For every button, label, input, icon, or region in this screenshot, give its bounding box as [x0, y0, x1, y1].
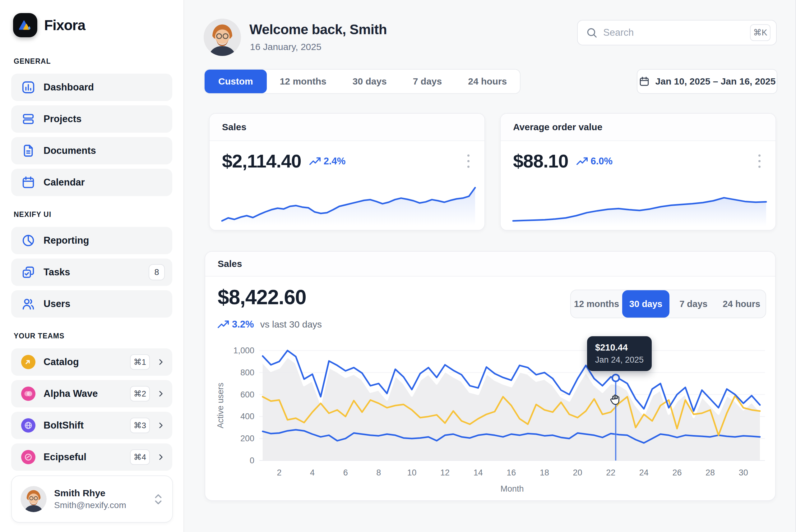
svg-text:24: 24 [639, 468, 649, 477]
sidebar-item-label: Projects [43, 113, 165, 125]
trend-value: 6.0% [591, 156, 613, 167]
svg-text:14: 14 [474, 468, 483, 477]
kebab-menu-icon[interactable] [461, 150, 475, 172]
chevron-right-icon [157, 421, 165, 430]
sidebar-item-dashboard[interactable]: Dashboard [11, 74, 172, 101]
trend-suffix: vs last 30 days [260, 319, 322, 330]
trend-value: 3.2% [232, 319, 254, 330]
main-content: Welcome back, Smith 16 January, 2025 ⌘K … [184, 0, 796, 532]
card-header: Sales [209, 114, 484, 141]
tab-12-months[interactable]: 12 months [571, 290, 622, 318]
sidebar-item-documents[interactable]: Documents [11, 137, 172, 165]
avatar [20, 486, 47, 512]
card-header: Average order value [501, 114, 776, 141]
nav-general: Dashboard Projects Documents [11, 74, 172, 196]
svg-text:26: 26 [672, 468, 682, 477]
shortcut-badge: ⌘1 [130, 354, 150, 370]
sidebar-item-team-catalog[interactable]: Catalog ⌘1 [11, 348, 172, 376]
chevron-right-icon [157, 453, 165, 461]
trend-up-icon [218, 320, 229, 328]
header-avatar [204, 19, 241, 56]
active-users-line-chart[interactable]: 02004006008001,0002468101214161820222426… [215, 338, 772, 493]
svg-text:12: 12 [440, 468, 450, 477]
page-title: Welcome back, Smith [249, 22, 387, 37]
tab-24-hours[interactable]: 24 hours [718, 290, 765, 318]
svg-text:28: 28 [705, 468, 715, 477]
svg-text:30: 30 [739, 468, 748, 477]
panel-header: Sales [205, 252, 775, 277]
tab-custom[interactable]: Custom [205, 70, 267, 93]
sidebar-item-label: Calendar [43, 177, 165, 188]
calendar-icon [638, 76, 650, 87]
fixora-logo-icon [13, 13, 37, 37]
user-profile-card[interactable]: Smith Rhye Smith@nexify.com [11, 475, 173, 523]
sales-kpi-card: Sales $2,114.40 2.4% [209, 113, 485, 231]
sidebar-item-label: Catalog [43, 357, 130, 367]
sidebar-item-label: Dashboard [43, 82, 165, 93]
nav-nexify: Reporting Tasks 8 Users [11, 227, 172, 318]
search-input[interactable] [603, 27, 750, 38]
user-name: Smith Rhye [54, 488, 153, 498]
sidebar-item-team-alpha-wave[interactable]: Alpha Wave ⌘2 [11, 380, 172, 407]
date-range-picker[interactable]: Jan 10, 2025 – Jan 16, 2025 [637, 69, 777, 94]
page-date: 16 January, 2025 [250, 42, 321, 52]
brand-name: Fixora [44, 17, 85, 34]
svg-text:200: 200 [240, 434, 254, 443]
svg-text:10: 10 [407, 468, 416, 477]
svg-text:20: 20 [573, 468, 582, 477]
sidebar: Fixora GENERAL Dashboard Projects [0, 0, 184, 532]
section-title-your-teams: YOUR TEAMS [14, 332, 172, 340]
tab-30-days[interactable]: 30 days [339, 70, 400, 93]
time-range-tabs: Custom 12 months 30 days 7 days 24 hours [204, 69, 520, 94]
pie-chart-icon [21, 233, 35, 248]
chart-tooltip: $210.44 Jan 24, 2025 [587, 336, 652, 371]
boltshift-team-icon [21, 418, 35, 433]
svg-text:6: 6 [343, 468, 348, 477]
section-title-general: GENERAL [14, 57, 172, 65]
svg-text:Month: Month [500, 484, 524, 493]
search-icon [586, 27, 598, 39]
sidebar-item-label: Users [43, 298, 165, 309]
sidebar-item-label: Tasks [43, 267, 149, 278]
kpi-value: $2,114.40 [222, 150, 301, 172]
svg-text:1,000: 1,000 [233, 346, 254, 355]
sidebar-item-team-ecipseful[interactable]: Ecipseful ⌘4 [11, 443, 172, 471]
sidebar-item-reporting[interactable]: Reporting [11, 227, 172, 254]
sidebar-item-label: Reporting [43, 235, 165, 246]
svg-text:8: 8 [376, 468, 381, 477]
sidebar-item-label: Documents [43, 145, 165, 156]
kebab-menu-icon[interactable] [753, 150, 766, 172]
panel-title: Sales [218, 259, 242, 269]
sidebar-item-label: BoltShift [43, 420, 130, 431]
ecipseful-team-icon [21, 450, 35, 464]
tab-12-months[interactable]: 12 months [267, 70, 339, 93]
section-title-nexify-ui: NEXIFY UI [14, 210, 172, 219]
panel-trend: 3.2% vs last 30 days [218, 319, 322, 330]
sidebar-item-label: Ecipseful [43, 452, 130, 463]
sidebar-item-projects[interactable]: Projects [11, 105, 172, 133]
svg-text:Active users: Active users [216, 382, 225, 428]
tab-7-days[interactable]: 7 days [400, 70, 455, 93]
shortcut-badge: ⌘3 [130, 418, 150, 433]
average-order-value-kpi-card: Average order value $88.10 6.0% [500, 113, 776, 231]
tab-30-days[interactable]: 30 days [622, 290, 669, 318]
svg-text:400: 400 [240, 412, 254, 421]
tab-7-days[interactable]: 7 days [669, 290, 717, 318]
sidebar-item-team-boltshift[interactable]: BoltShift ⌘3 [11, 412, 172, 439]
brand: Fixora [13, 13, 172, 37]
aov-sparkline-chart [511, 182, 768, 226]
svg-text:600: 600 [240, 390, 254, 399]
search-bar[interactable]: ⌘K [577, 20, 777, 45]
chart-range-tabs: 12 months 30 days 7 days 24 hours [570, 290, 766, 318]
trend: 6.0% [576, 156, 613, 167]
tab-24-hours[interactable]: 24 hours [455, 70, 520, 93]
svg-text:16: 16 [506, 468, 516, 477]
users-icon [21, 297, 35, 311]
sidebar-item-users[interactable]: Users [11, 290, 172, 318]
sidebar-item-tasks[interactable]: Tasks 8 [11, 259, 172, 286]
date-range-label: Jan 10, 2025 – Jan 16, 2025 [655, 76, 776, 87]
svg-text:800: 800 [240, 368, 254, 377]
sidebar-item-calendar[interactable]: Calendar [11, 169, 172, 196]
trend: 2.4% [309, 156, 346, 167]
search-shortcut-badge: ⌘K [750, 24, 771, 41]
